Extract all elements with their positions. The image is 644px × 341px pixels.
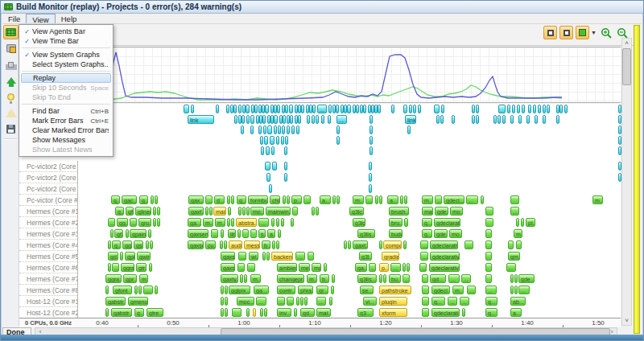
menu-item-view-time-bar[interactable]: ✓View Time Bar xyxy=(19,36,113,46)
green-tile-button[interactable] xyxy=(576,26,589,39)
task-bar[interactable]: qsi... xyxy=(134,240,143,249)
queued-bar[interactable] xyxy=(441,105,444,113)
task-bar[interactable] xyxy=(400,195,403,204)
queued-bar[interactable] xyxy=(507,105,510,113)
task-bar[interactable]: ... xyxy=(211,229,218,238)
queued-bar[interactable] xyxy=(472,105,475,113)
task-bar[interactable] xyxy=(312,207,315,216)
task-bar[interactable] xyxy=(287,195,290,204)
task-bar[interactable] xyxy=(244,274,247,283)
queued-bar[interactable] xyxy=(307,115,310,124)
queued-bar[interactable] xyxy=(336,136,340,145)
task-bar[interactable]: q... xyxy=(237,195,246,204)
task-bar[interactable]: q3lis... xyxy=(357,274,377,283)
queued-bar[interactable] xyxy=(522,105,525,113)
task-bar[interactable] xyxy=(407,263,410,272)
task-bar[interactable] xyxy=(227,218,230,227)
menu-help[interactable]: Help xyxy=(56,14,83,23)
task-bar[interactable] xyxy=(294,308,297,317)
queued-bar[interactable] xyxy=(250,115,254,124)
queued-bar[interactable] xyxy=(233,105,237,113)
task-bar[interactable]: qdecl... xyxy=(444,195,464,204)
task-bar[interactable] xyxy=(422,274,428,283)
queued-bar[interactable] xyxy=(533,105,536,113)
task-bar[interactable] xyxy=(264,308,267,317)
task-bar[interactable] xyxy=(324,263,327,272)
task-bar[interactable]: qwin... xyxy=(137,252,151,261)
queued-bar[interactable] xyxy=(301,105,304,113)
queued-bar[interactable] xyxy=(510,115,514,124)
task-bar[interactable]: phra... xyxy=(298,286,313,294)
task-bar[interactable]: qaxserver xyxy=(188,229,208,238)
queued-bar[interactable] xyxy=(526,115,530,124)
queued-bar[interactable] xyxy=(234,115,237,124)
task-bar[interactable]: q... xyxy=(422,229,432,238)
tile-view-button-1[interactable] xyxy=(543,26,557,39)
task-bar[interactable]: a... xyxy=(510,308,522,317)
task-bar[interactable] xyxy=(157,207,160,216)
task-bar[interactable] xyxy=(403,240,407,249)
task-bar[interactable]: qdecl... xyxy=(431,286,450,294)
task-bar[interactable] xyxy=(242,229,249,238)
queued-bar[interactable] xyxy=(321,115,324,124)
queued-bar[interactable] xyxy=(403,105,407,113)
task-bar[interactable] xyxy=(508,240,514,249)
task-bar[interactable]: lib... xyxy=(228,229,236,238)
task-bar[interactable]: qa... xyxy=(355,263,367,272)
queued-bar[interactable] xyxy=(265,105,269,113)
queued-bar[interactable] xyxy=(452,115,455,124)
task-bar[interactable] xyxy=(250,229,257,238)
task-bar[interactable]: ... xyxy=(420,240,428,249)
task-bar[interactable] xyxy=(281,218,284,227)
queued-bar[interactable] xyxy=(296,125,299,134)
task-bar[interactable] xyxy=(514,274,518,283)
queued-bar[interactable] xyxy=(328,105,332,113)
task-bar[interactable]: ... xyxy=(256,297,266,306)
queued-bar[interactable] xyxy=(267,125,272,134)
task-bar[interactable]: vi... xyxy=(363,297,377,306)
task-bar[interactable]: q3lis... xyxy=(357,229,375,238)
queued-bar[interactable] xyxy=(283,115,286,124)
task-bar[interactable] xyxy=(510,195,519,204)
queued-bar[interactable] xyxy=(242,115,245,124)
task-bar[interactable]: ... xyxy=(316,297,326,306)
task-bar[interactable]: qa... xyxy=(188,218,201,227)
task-bar[interactable]: qaxs... xyxy=(221,263,235,272)
task-bar[interactable] xyxy=(331,286,334,294)
queued-bar[interactable] xyxy=(497,115,501,124)
task-bar[interactable] xyxy=(232,308,242,317)
task-bar[interactable]: m... xyxy=(307,274,317,283)
task-bar[interactable]: ... xyxy=(295,252,305,261)
task-bar[interactable]: ... xyxy=(238,252,246,261)
queued-bar[interactable] xyxy=(289,105,293,113)
task-bar[interactable] xyxy=(485,229,492,238)
queued-bar[interactable] xyxy=(271,146,275,155)
queued-bar[interactable] xyxy=(276,136,279,145)
queued-bar[interactable] xyxy=(285,105,288,113)
task-bar[interactable]: ... xyxy=(467,286,476,294)
task-bar[interactable] xyxy=(516,240,522,249)
queued-bar[interactable] xyxy=(347,105,351,113)
task-bar[interactable]: mo... xyxy=(449,229,462,238)
task-bar[interactable]: q... xyxy=(485,308,497,317)
queued-bar[interactable] xyxy=(260,136,263,145)
menu-file[interactable]: File xyxy=(2,14,26,23)
task-bar[interactable]: gradients xyxy=(382,252,399,261)
task-bar[interactable] xyxy=(481,195,484,204)
task-bar[interactable]: ... xyxy=(466,195,478,204)
task-bar[interactable] xyxy=(138,286,142,294)
queued-bar[interactable] xyxy=(535,115,538,124)
task-bar[interactable] xyxy=(242,207,246,216)
task-bar[interactable] xyxy=(150,240,153,249)
task-bar[interactable]: cu... xyxy=(205,240,216,249)
task-bar[interactable] xyxy=(105,286,109,294)
queued-bar[interactable] xyxy=(316,115,319,124)
task-bar[interactable]: ... xyxy=(287,297,294,306)
task-bar[interactable]: ... xyxy=(402,274,410,283)
task-bar[interactable] xyxy=(375,195,378,204)
task-bar[interactable] xyxy=(262,252,266,261)
task-bar[interactable]: m... xyxy=(250,274,261,283)
queued-bar[interactable] xyxy=(191,105,194,113)
task-bar[interactable] xyxy=(148,229,151,238)
queued-bar[interactable] xyxy=(272,162,277,170)
